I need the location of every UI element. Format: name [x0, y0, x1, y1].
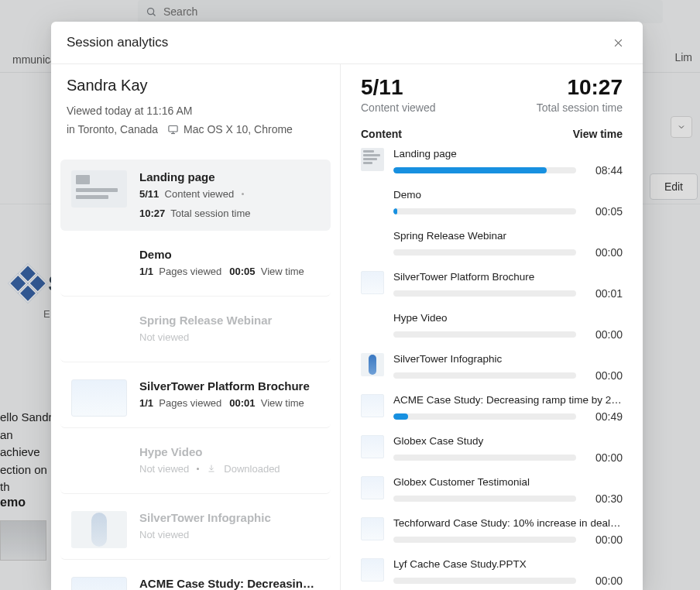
thumb-blank: [361, 312, 384, 335]
tracks-header: Content View time: [361, 128, 623, 140]
thumb-doc: [361, 558, 384, 581]
viewer-platform: Mac OS X 10, Chrome: [184, 121, 293, 139]
thumb-landing: [361, 148, 384, 171]
content-card-title: SilverTower Platform Brochure: [139, 379, 320, 393]
thumb-doc: [361, 271, 384, 294]
track-title: SilverTower Platform Brochure: [393, 271, 623, 283]
monitor-icon: [167, 124, 179, 135]
track-time: 00:00: [587, 451, 623, 464]
thumb-blank: [361, 189, 384, 212]
content-card-title: Hype Video: [139, 445, 320, 458]
track-item[interactable]: SilverTower Infographic 00:00: [361, 353, 623, 382]
content-card[interactable]: SilverTower Platform Brochure 1/1 Pages …: [60, 369, 331, 428]
thumb-doc: [71, 577, 127, 590]
track-bar: [393, 331, 576, 338]
right-pane: 5/11 Content viewed 10:27 Total session …: [341, 64, 643, 590]
viewer-location: in Toronto, Canada: [67, 121, 158, 139]
track-item[interactable]: SilverTower Platform Brochure 00:01: [361, 271, 623, 300]
tracks-header-content: Content: [361, 128, 402, 140]
track-bar: [393, 290, 576, 297]
thumb-blank: [71, 445, 127, 482]
thumb-info: [361, 353, 384, 376]
thumb-blank: [71, 248, 127, 285]
summary-row: 5/11 Content viewed 10:27 Total session …: [361, 75, 623, 114]
track-bar: [393, 455, 576, 461]
track-title: ACME Case Study: Decreasing ramp time by…: [393, 394, 623, 406]
thumb-doc: [361, 394, 384, 417]
track-title: Demo: [393, 189, 623, 201]
track-bar: [393, 537, 576, 543]
track-item[interactable]: Techforward Case Study: 10% increase in …: [361, 517, 623, 546]
track-time: 00:00: [587, 575, 623, 587]
track-title: Techforward Case Study: 10% increase in …: [393, 517, 623, 529]
content-card-title: Spring Release Webinar: [139, 314, 320, 327]
content-list: Landing page 5/11 Content viewed 10:27 T…: [51, 147, 340, 590]
content-card[interactable]: Landing page 5/11 Content viewed 10:27 T…: [60, 160, 331, 231]
left-pane: Sandra Kay Viewed today at 11:16 AM in T…: [51, 64, 341, 590]
content-card[interactable]: Spring Release Webinar Not viewed: [60, 303, 331, 362]
session-time-value: 10:27: [537, 75, 623, 100]
thumb-blank: [361, 230, 384, 253]
track-title: Globex Customer Testimonial: [393, 476, 623, 488]
download-icon: [207, 464, 216, 473]
track-time: 00:01: [587, 287, 623, 300]
thumb-info: [71, 511, 127, 548]
svg-rect-4: [169, 126, 177, 132]
track-title: Lyf Cache Case Study.PPTX: [393, 558, 623, 570]
track-time: 00:05: [587, 205, 623, 218]
content-card[interactable]: SilverTower Infographic Not viewed: [60, 500, 331, 560]
thumb-doc: [361, 476, 384, 499]
track-title: Globex Case Study: [393, 435, 623, 447]
track-item[interactable]: Landing page 08:44: [361, 148, 623, 177]
close-button[interactable]: [609, 33, 627, 52]
thumb-landing: [71, 170, 127, 208]
session-analytics-modal: Session analytics Sandra Kay Viewed toda…: [51, 22, 643, 590]
content-card[interactable]: Hype Video Not viewed Downloaded: [60, 434, 331, 494]
thumb-blank: [71, 314, 127, 351]
track-item[interactable]: Demo 00:05: [361, 189, 623, 218]
modal-title: Session analytics: [67, 35, 168, 50]
viewed-timestamp: Viewed today at 11:16 AM: [67, 102, 324, 121]
content-viewed-label: Content viewed: [361, 101, 436, 114]
track-item[interactable]: Lyf Cache Case Study.PPTX 00:00: [361, 558, 623, 587]
track-item[interactable]: Globex Case Study 00:00: [361, 435, 623, 464]
track-title: SilverTower Infographic: [393, 353, 623, 365]
track-bar: [393, 413, 576, 420]
track-bar: [393, 208, 576, 214]
track-title: Hype Video: [393, 312, 623, 324]
track-bar: [393, 372, 576, 379]
track-item[interactable]: ACME Case Study: Decreasing ramp time by…: [361, 394, 623, 423]
track-time: 00:00: [587, 533, 623, 546]
session-time-label: Total session time: [537, 101, 623, 114]
content-viewed-value: 5/11: [361, 75, 436, 100]
track-time: 00:49: [587, 410, 623, 423]
track-item[interactable]: Spring Release Webinar 00:00: [361, 230, 623, 259]
track-item[interactable]: Hype Video 00:00: [361, 312, 623, 341]
content-card[interactable]: ACME Case Study: Decreasing ramp time ..…: [60, 566, 331, 590]
viewer-name: Sandra Kay: [67, 77, 324, 94]
track-time: 08:44: [587, 164, 623, 177]
track-time: 00:00: [587, 369, 623, 382]
track-bar: [393, 167, 576, 173]
tracks-header-viewtime: View time: [573, 128, 623, 140]
track-time: 00:00: [587, 246, 623, 259]
content-card-title: SilverTower Infographic: [139, 511, 320, 524]
tracks-list: Landing page 08:44 Demo 00:05 Spring Rel…: [361, 148, 623, 587]
track-time: 00:30: [587, 492, 623, 505]
track-title: Spring Release Webinar: [393, 230, 623, 242]
thumb-doc: [361, 435, 384, 458]
thumb-doc: [71, 379, 127, 417]
track-title: Landing page: [393, 148, 623, 160]
content-card-title: Demo: [139, 248, 320, 261]
track-bar: [393, 578, 576, 584]
viewer-info: Sandra Kay Viewed today at 11:16 AM in T…: [51, 64, 340, 147]
modal-header: Session analytics: [51, 22, 643, 64]
track-item[interactable]: Globex Customer Testimonial 00:30: [361, 476, 623, 505]
content-card[interactable]: Demo 1/1 Pages viewed 00:05 View time: [60, 237, 331, 297]
thumb-doc: [361, 517, 384, 540]
close-icon: [612, 37, 624, 49]
track-bar: [393, 249, 576, 256]
content-card-title: ACME Case Study: Decreasing ramp time ..…: [139, 577, 320, 590]
content-card-title: Landing page: [139, 170, 320, 184]
track-bar: [393, 496, 576, 502]
